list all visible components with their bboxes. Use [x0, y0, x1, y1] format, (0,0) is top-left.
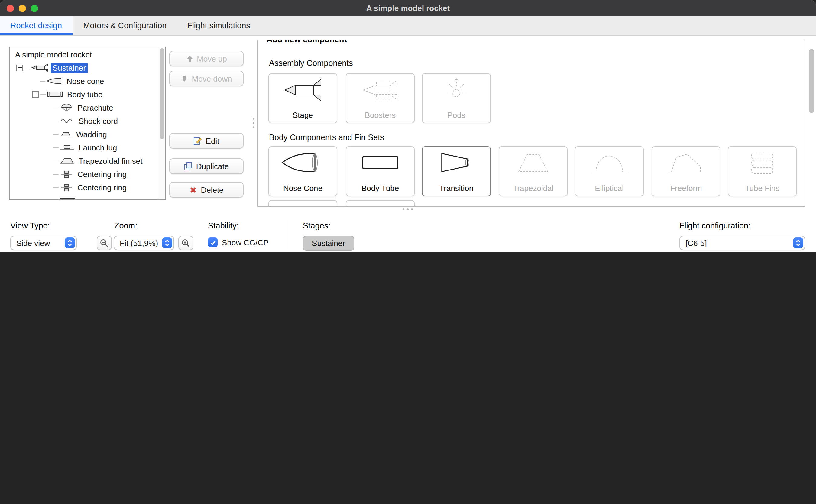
trapezoidal-fin-icon: [499, 150, 567, 175]
tube-fins-icon: [728, 150, 796, 175]
chevron-updown-icon: [162, 237, 172, 248]
window-title: A simple model rocket: [366, 4, 450, 13]
tree-item-label: Sustainer: [51, 63, 88, 73]
app-window: A simple model rocket Rocket design Moto…: [0, 0, 816, 252]
duplicate-button[interactable]: Duplicate: [169, 158, 244, 174]
tab-motors-configuration[interactable]: Motors & Configuration: [73, 16, 177, 35]
nose-cone-icon: [47, 77, 62, 85]
arrow-up-icon: [186, 55, 193, 62]
tree-item-trapezoidal-fin-set[interactable]: Trapezoidal fin set: [10, 154, 165, 167]
nose-cone-icon: [269, 150, 337, 175]
flight-configuration-select[interactable]: [C6-5]: [679, 236, 805, 250]
component-freeform-button: Freeform: [652, 146, 720, 196]
zoom-value: Fit (51,9%): [114, 238, 162, 247]
button-label: Move down: [192, 74, 232, 83]
component-label: Elliptical: [595, 184, 623, 193]
vertical-splitter-handle[interactable]: [253, 118, 254, 128]
component-label: Boosters: [365, 111, 396, 120]
view-type-label: View Type:: [10, 221, 50, 230]
component-elliptical-button: Elliptical: [575, 146, 644, 196]
tree-item-label: Wadding: [74, 129, 109, 139]
tree-item-shock-cord[interactable]: Shock cord: [10, 114, 165, 128]
tree-item-label: Launch lug: [77, 142, 119, 153]
tab-flight-simulations[interactable]: Flight simulations: [177, 16, 261, 35]
tree-item-centering-ring-1[interactable]: Centering ring: [10, 167, 165, 181]
chevron-updown-icon: [65, 237, 75, 248]
tree-item-partial[interactable]: [10, 194, 165, 200]
tree-item-parachute[interactable]: Parachute: [10, 101, 165, 114]
panel-scrollbar-thumb[interactable]: [809, 49, 814, 113]
component-pods-button: Pods: [422, 73, 491, 123]
boosters-icon: [346, 77, 414, 103]
component-partial-button-1: [268, 200, 337, 207]
component-label: Transition: [439, 184, 473, 193]
tree-scrollbar-thumb[interactable]: [160, 48, 164, 139]
tree-item-label: Shock cord: [77, 116, 120, 126]
zoom-select[interactable]: Fit (51,9%): [114, 236, 174, 250]
launch-lug-icon: [60, 144, 74, 151]
arrow-down-icon: [181, 75, 188, 82]
component-stage-button[interactable]: Stage: [268, 73, 337, 123]
component-trapezoidal-button: Trapezoidal: [499, 146, 568, 196]
component-tube-fins-button: Tube Fins: [728, 146, 797, 196]
tree-item-wadding[interactable]: Wadding: [10, 128, 165, 141]
show-cgcp-checkbox-row[interactable]: Show CG/CP: [208, 237, 269, 247]
body-tube-icon: [60, 197, 76, 200]
component-label: Stage: [293, 111, 313, 120]
tree-item-sustainer[interactable]: Sustainer: [10, 61, 165, 74]
duplicate-icon: [184, 162, 193, 170]
component-partial-button-2: [346, 200, 415, 207]
horizontal-splitter-handle[interactable]: [403, 208, 413, 210]
zoom-out-icon: [100, 238, 109, 247]
component-body-tube-button[interactable]: Body Tube: [346, 146, 415, 196]
button-label: Move up: [197, 54, 227, 63]
toolbar-separator: [287, 220, 287, 249]
centering-ring-icon: [60, 183, 73, 191]
tree-item-label: Centering ring: [76, 169, 128, 179]
zoom-out-button[interactable]: [97, 236, 112, 250]
component-label: Tube Fins: [745, 184, 780, 193]
zoom-window-button[interactable]: [31, 5, 38, 12]
close-window-button[interactable]: [7, 5, 14, 12]
tree-item-body-tube[interactable]: Body tube: [10, 88, 165, 101]
fin-set-icon: [60, 157, 74, 164]
edit-button[interactable]: Edit: [169, 133, 244, 149]
body-tube-icon: [346, 150, 414, 175]
tree-item-nose-cone[interactable]: Nose cone: [10, 74, 165, 88]
component-label: Freeform: [670, 184, 702, 193]
collapse-icon[interactable]: [16, 64, 23, 71]
show-cgcp-label: Show CG/CP: [222, 238, 269, 247]
component-nose-cone-button[interactable]: Nose Cone: [268, 146, 337, 196]
flight-configuration-label: Flight configuration:: [679, 221, 751, 230]
tree-item-centering-ring-2[interactable]: Centering ring: [10, 181, 165, 194]
component-transition-button[interactable]: Transition: [422, 146, 491, 196]
tree-item-label: Trapezoidal fin set: [77, 156, 144, 166]
tree-item-label: Centering ring: [76, 182, 128, 192]
title-bar: A simple model rocket: [0, 0, 816, 16]
delete-button[interactable]: Delete: [169, 182, 244, 198]
tree-item-launch-lug[interactable]: Launch lug: [10, 141, 165, 154]
rocket-icon: [31, 63, 48, 72]
section-assembly-components: Assembly Components: [269, 59, 353, 68]
collapse-icon[interactable]: [32, 91, 39, 98]
view-type-select[interactable]: Side view: [10, 236, 77, 250]
edit-icon: [194, 137, 202, 145]
view-type-value: Side view: [11, 238, 65, 247]
tree-item-label: Nose cone: [65, 76, 106, 86]
component-label: Trapezoidal: [513, 184, 554, 193]
pods-icon: [423, 77, 490, 103]
delete-icon: [189, 186, 197, 194]
checkbox-checked-icon[interactable]: [208, 237, 218, 247]
tab-label: Flight simulations: [187, 21, 250, 30]
stage-toggle-button[interactable]: Sustainer: [303, 236, 354, 251]
tab-label: Rocket design: [10, 21, 62, 30]
zoom-in-button[interactable]: [178, 236, 193, 250]
freeform-fin-icon: [652, 150, 720, 175]
tab-rocket-design[interactable]: Rocket design: [0, 16, 73, 35]
minimize-window-button[interactable]: [19, 5, 26, 12]
panel-scrollbar[interactable]: [809, 47, 815, 205]
body-tube-icon: [47, 91, 63, 98]
tree-item-rocket[interactable]: A simple model rocket: [10, 48, 165, 61]
tree-scrollbar[interactable]: [158, 47, 165, 199]
component-label: Pods: [447, 111, 465, 120]
